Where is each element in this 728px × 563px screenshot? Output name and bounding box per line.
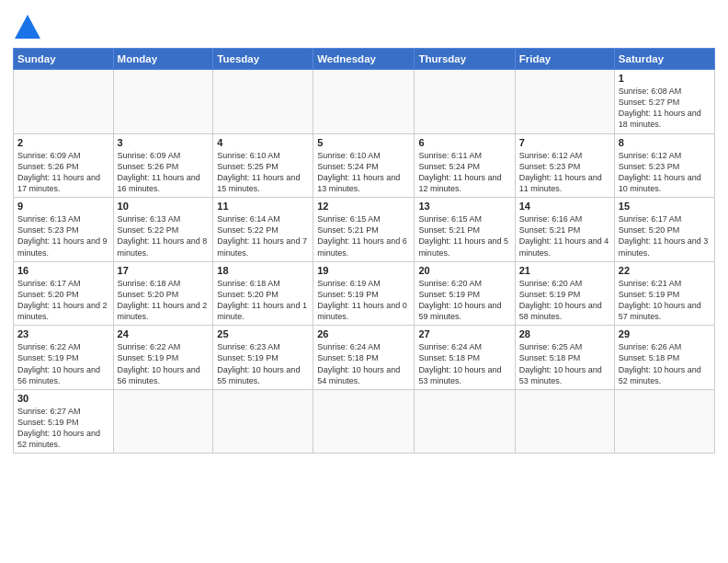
calendar-week-3: 16Sunrise: 6:17 AM Sunset: 5:20 PM Dayli… xyxy=(14,261,715,326)
day-info: Sunrise: 6:22 AM Sunset: 5:19 PM Dayligh… xyxy=(17,341,109,386)
logo-svg xyxy=(13,13,42,42)
calendar-cell: 16Sunrise: 6:17 AM Sunset: 5:20 PM Dayli… xyxy=(14,261,114,326)
calendar-cell xyxy=(515,70,614,134)
day-number: 7 xyxy=(519,137,610,148)
day-number: 30 xyxy=(17,393,109,404)
day-info: Sunrise: 6:27 AM Sunset: 5:19 PM Dayligh… xyxy=(17,406,109,451)
day-info: Sunrise: 6:09 AM Sunset: 5:26 PM Dayligh… xyxy=(17,150,109,195)
day-number: 13 xyxy=(418,201,510,212)
svg-marker-0 xyxy=(15,15,40,39)
day-info: Sunrise: 6:13 AM Sunset: 5:22 PM Dayligh… xyxy=(118,213,210,259)
calendar-week-1: 2Sunrise: 6:09 AM Sunset: 5:26 PM Daylig… xyxy=(14,133,715,198)
day-info: Sunrise: 6:11 AM Sunset: 5:24 PM Dayligh… xyxy=(418,150,510,195)
day-number: 26 xyxy=(317,328,410,339)
weekday-tuesday: Tuesday xyxy=(213,49,313,70)
calendar-cell: 27Sunrise: 6:24 AM Sunset: 5:18 PM Dayli… xyxy=(415,326,515,390)
calendar-cell: 22Sunrise: 6:21 AM Sunset: 5:19 PM Dayli… xyxy=(614,261,714,326)
day-info: Sunrise: 6:10 AM Sunset: 5:25 PM Dayligh… xyxy=(217,150,309,195)
calendar-cell: 11Sunrise: 6:14 AM Sunset: 5:22 PM Dayli… xyxy=(213,198,313,262)
calendar-cell: 17Sunrise: 6:18 AM Sunset: 5:20 PM Dayli… xyxy=(113,261,213,326)
day-number: 3 xyxy=(118,137,210,148)
day-info: Sunrise: 6:18 AM Sunset: 5:20 PM Dayligh… xyxy=(217,278,309,323)
calendar-cell: 25Sunrise: 6:23 AM Sunset: 5:19 PM Dayli… xyxy=(213,326,313,390)
day-info: Sunrise: 6:12 AM Sunset: 5:23 PM Dayligh… xyxy=(619,150,711,195)
calendar-cell: 28Sunrise: 6:25 AM Sunset: 5:18 PM Dayli… xyxy=(515,326,614,390)
day-info: Sunrise: 6:18 AM Sunset: 5:20 PM Dayligh… xyxy=(118,278,210,323)
calendar-cell xyxy=(614,389,714,454)
calendar-cell: 2Sunrise: 6:09 AM Sunset: 5:26 PM Daylig… xyxy=(14,133,114,198)
day-number: 23 xyxy=(17,328,109,339)
day-info: Sunrise: 6:25 AM Sunset: 5:18 PM Dayligh… xyxy=(519,341,610,386)
calendar-cell: 15Sunrise: 6:17 AM Sunset: 5:20 PM Dayli… xyxy=(614,198,714,262)
day-info: Sunrise: 6:24 AM Sunset: 5:18 PM Dayligh… xyxy=(418,341,510,386)
calendar-cell: 29Sunrise: 6:26 AM Sunset: 5:18 PM Dayli… xyxy=(614,326,714,390)
day-info: Sunrise: 6:10 AM Sunset: 5:24 PM Dayligh… xyxy=(317,150,410,195)
day-info: Sunrise: 6:16 AM Sunset: 5:21 PM Dayligh… xyxy=(519,213,610,259)
day-number: 21 xyxy=(519,265,610,276)
day-info: Sunrise: 6:26 AM Sunset: 5:18 PM Dayligh… xyxy=(619,341,711,386)
calendar-week-5: 30Sunrise: 6:27 AM Sunset: 5:19 PM Dayli… xyxy=(14,389,715,454)
day-number: 2 xyxy=(17,137,109,148)
calendar-cell: 21Sunrise: 6:20 AM Sunset: 5:19 PM Dayli… xyxy=(515,261,614,326)
calendar-cell: 5Sunrise: 6:10 AM Sunset: 5:24 PM Daylig… xyxy=(313,133,415,198)
day-number: 22 xyxy=(619,265,711,276)
day-number: 4 xyxy=(217,137,309,148)
calendar-cell: 6Sunrise: 6:11 AM Sunset: 5:24 PM Daylig… xyxy=(415,133,515,198)
calendar-week-2: 9Sunrise: 6:13 AM Sunset: 5:23 PM Daylig… xyxy=(14,198,715,262)
day-info: Sunrise: 6:24 AM Sunset: 5:18 PM Dayligh… xyxy=(317,341,410,386)
day-info: Sunrise: 6:15 AM Sunset: 5:21 PM Dayligh… xyxy=(317,213,410,259)
calendar-cell: 7Sunrise: 6:12 AM Sunset: 5:23 PM Daylig… xyxy=(515,133,614,198)
day-number: 24 xyxy=(118,328,210,339)
calendar-cell: 20Sunrise: 6:20 AM Sunset: 5:19 PM Dayli… xyxy=(415,261,515,326)
day-info: Sunrise: 6:20 AM Sunset: 5:19 PM Dayligh… xyxy=(418,278,510,323)
day-number: 27 xyxy=(418,328,510,339)
calendar-cell xyxy=(515,389,614,454)
weekday-thursday: Thursday xyxy=(415,49,515,70)
calendar-week-4: 23Sunrise: 6:22 AM Sunset: 5:19 PM Dayli… xyxy=(14,326,715,390)
day-number: 6 xyxy=(418,137,510,148)
day-info: Sunrise: 6:21 AM Sunset: 5:19 PM Dayligh… xyxy=(619,278,711,323)
calendar-cell: 26Sunrise: 6:24 AM Sunset: 5:18 PM Dayli… xyxy=(313,326,415,390)
day-info: Sunrise: 6:09 AM Sunset: 5:26 PM Dayligh… xyxy=(118,150,210,195)
day-number: 28 xyxy=(519,328,610,339)
calendar-cell xyxy=(415,70,515,134)
calendar-cell xyxy=(113,70,213,134)
calendar-cell: 3Sunrise: 6:09 AM Sunset: 5:26 PM Daylig… xyxy=(113,133,213,198)
weekday-header-row: SundayMondayTuesdayWednesdayThursdayFrid… xyxy=(14,49,715,70)
day-number: 10 xyxy=(118,201,210,212)
logo xyxy=(13,13,46,42)
calendar-cell xyxy=(415,389,515,454)
day-number: 29 xyxy=(619,328,711,339)
day-number: 25 xyxy=(217,328,309,339)
calendar-cell: 9Sunrise: 6:13 AM Sunset: 5:23 PM Daylig… xyxy=(14,198,114,262)
day-number: 17 xyxy=(118,265,210,276)
calendar-table: SundayMondayTuesdayWednesdayThursdayFrid… xyxy=(13,48,715,454)
day-number: 19 xyxy=(317,265,410,276)
calendar-cell xyxy=(213,70,313,134)
calendar-cell: 23Sunrise: 6:22 AM Sunset: 5:19 PM Dayli… xyxy=(14,326,114,390)
calendar-week-0: 1Sunrise: 6:08 AM Sunset: 5:27 PM Daylig… xyxy=(14,70,715,134)
day-number: 11 xyxy=(217,201,309,212)
day-number: 1 xyxy=(619,73,711,84)
calendar-cell xyxy=(313,389,415,454)
calendar-cell: 1Sunrise: 6:08 AM Sunset: 5:27 PM Daylig… xyxy=(614,70,714,134)
calendar-cell: 4Sunrise: 6:10 AM Sunset: 5:25 PM Daylig… xyxy=(213,133,313,198)
calendar-cell: 12Sunrise: 6:15 AM Sunset: 5:21 PM Dayli… xyxy=(313,198,415,262)
day-info: Sunrise: 6:12 AM Sunset: 5:23 PM Dayligh… xyxy=(519,150,610,195)
calendar-cell xyxy=(213,389,313,454)
weekday-saturday: Saturday xyxy=(614,49,714,70)
day-number: 18 xyxy=(217,265,309,276)
day-info: Sunrise: 6:08 AM Sunset: 5:27 PM Dayligh… xyxy=(619,86,711,131)
weekday-friday: Friday xyxy=(515,49,614,70)
calendar-cell: 14Sunrise: 6:16 AM Sunset: 5:21 PM Dayli… xyxy=(515,198,614,262)
day-number: 14 xyxy=(519,201,610,212)
day-number: 9 xyxy=(17,201,109,212)
day-number: 15 xyxy=(619,201,711,212)
calendar-cell xyxy=(14,70,114,134)
calendar-cell xyxy=(313,70,415,134)
calendar-cell xyxy=(113,389,213,454)
page: SundayMondayTuesdayWednesdayThursdayFrid… xyxy=(0,0,728,563)
day-info: Sunrise: 6:13 AM Sunset: 5:23 PM Dayligh… xyxy=(17,213,109,259)
day-info: Sunrise: 6:22 AM Sunset: 5:19 PM Dayligh… xyxy=(118,341,210,386)
calendar-cell: 13Sunrise: 6:15 AM Sunset: 5:21 PM Dayli… xyxy=(415,198,515,262)
